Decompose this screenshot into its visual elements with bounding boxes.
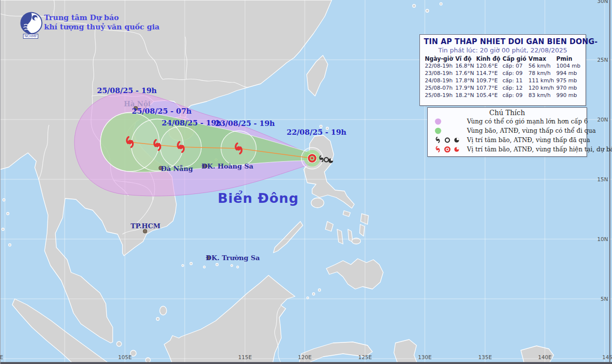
forecast-cell: 78 km/h bbox=[528, 70, 556, 77]
forecast-cell: 16.8°N bbox=[454, 62, 475, 70]
green-area-icon bbox=[434, 126, 442, 135]
org-title-line2: khí tượng thuỷ văn quốc gia bbox=[44, 23, 160, 32]
forecast-cell: 83 km/h bbox=[528, 92, 556, 99]
forecast-row: 23/08-19h17.6°N114.7°Ecấp: 0978 km/h994 … bbox=[424, 70, 582, 77]
place-label: Đà Nẵng bbox=[161, 165, 193, 172]
forecast-cell: 994 mb bbox=[555, 70, 582, 77]
past-storm-icon bbox=[434, 136, 442, 144]
legend-label: Vùng bão, ATNĐ, vùng thấp có thể đi qua bbox=[467, 127, 596, 134]
past-circle-icon bbox=[443, 136, 451, 144]
column-header: Pmin bbox=[555, 55, 582, 62]
longitude-label: 105E bbox=[118, 354, 132, 361]
forecast-table-header: Ngày-giờVĩ độKinh độCấp gióVmaxPmin bbox=[424, 55, 582, 62]
current-position-icon bbox=[308, 154, 317, 163]
forecast-cell: 114.7°E bbox=[475, 70, 502, 77]
past-low-icon bbox=[453, 136, 461, 144]
track-date-label: 22/08/25 - 19h bbox=[287, 128, 346, 137]
longitude-label: 140E bbox=[538, 354, 552, 361]
forecast-cell: cấp: 11 bbox=[502, 77, 528, 84]
forecast-cell: cấp: 09 bbox=[502, 70, 528, 77]
latitude-label: 10N bbox=[597, 236, 608, 243]
longitude-label: 135E bbox=[478, 354, 492, 361]
longitude-label: 95E bbox=[0, 354, 3, 361]
track-date-label: 24/08/25 - 19h bbox=[162, 119, 221, 127]
column-header: Kinh độ bbox=[475, 55, 502, 62]
forecast-row: 25/08-07h17.9°N107.7°Ecấp: 12120 km/h970… bbox=[424, 84, 582, 92]
latitude-label: 25N bbox=[597, 57, 608, 63]
latitude-label: 5N bbox=[601, 296, 608, 302]
nchmf-logo bbox=[20, 11, 43, 35]
place-label: ĐK. Trường Sa bbox=[206, 254, 260, 262]
bulletin-issued-time: Tin phát lúc: 20 giờ 00 phút, 22/08/2025 bbox=[424, 47, 582, 54]
latitude-label: 20N bbox=[597, 117, 608, 123]
latitude-label: 15N bbox=[597, 176, 608, 183]
longitude-label: 120E bbox=[298, 354, 312, 361]
forecast-cell: 990 mb bbox=[555, 92, 582, 99]
forecast-table: Ngày-giờVĩ độKinh độCấp gióVmaxPmin 22/0… bbox=[424, 55, 582, 99]
current-circle-icon bbox=[443, 146, 451, 153]
column-header: Cấp gió bbox=[502, 55, 528, 62]
legend-item-current-position: Vị trí tâm bão, ATNĐ, vùng thấp hiện tại… bbox=[428, 145, 587, 154]
place-label: TP.HCM bbox=[130, 222, 160, 230]
bulletin-panel: TIN AP THAP NHIET DOI GAN BIEN DONG- Tin… bbox=[419, 34, 586, 106]
forecast-cell: cấp: 09 bbox=[502, 92, 528, 99]
purple-area-icon bbox=[434, 117, 442, 126]
forecast-cell: 120.6°E bbox=[475, 62, 502, 70]
longitude-label: 125E bbox=[358, 354, 372, 361]
column-header: Vĩ độ bbox=[454, 55, 475, 62]
forecast-cell: 22/08-19h bbox=[424, 62, 454, 70]
forecast-cell: 25/08-07h bbox=[424, 84, 454, 92]
longitude-label: 130E bbox=[418, 354, 432, 361]
forecast-row: 22/08-19h16.8°N120.6°Ecấp: 0756 km/h1004… bbox=[424, 62, 582, 70]
legend-title: Chú Thích bbox=[428, 109, 587, 117]
forecast-cell: 25/08-19h bbox=[424, 92, 454, 99]
forecast-cell: 17.6°N bbox=[454, 70, 475, 77]
longitude-label: 115E bbox=[238, 354, 252, 361]
bulletin-title: TIN AP THAP NHIET DOI GAN BIEN DONG- bbox=[424, 37, 582, 46]
place-label: ĐK. Hoàng Sa bbox=[201, 162, 253, 170]
track-date-label: 25/08/25 - 07h bbox=[132, 107, 192, 116]
forecast-cell: cấp: 12 bbox=[502, 84, 528, 92]
forecast-cell: 24/08-19h bbox=[424, 77, 454, 84]
legend-item-wind-area: Vùng có thể có gió mạnh lớn hơn cấp 6 bbox=[428, 117, 587, 126]
current-storm-icon bbox=[434, 145, 442, 153]
forecast-row: 24/08-19h17.8°N109.7°Ecấp: 11111 km/h975… bbox=[424, 77, 582, 84]
forecast-cell: 107.7°E bbox=[475, 84, 502, 92]
forecast-cell: 120 km/h bbox=[528, 84, 556, 92]
forecast-row: 25/08-19h18.2°N105.4°Ecấp: 0983 km/h990 … bbox=[424, 92, 582, 99]
legend-label: Vùng có thể có gió mạnh lớn hơn cấp 6 bbox=[467, 118, 588, 125]
storm-forecast-map-screen: NCHMF Trung tâm Dự báo khí tượng thuỷ vă… bbox=[0, 0, 612, 364]
forecast-cell: 17.8°N bbox=[454, 77, 475, 84]
latitude-label: 30N bbox=[597, 0, 608, 4]
column-header: Ngày-giờ bbox=[424, 55, 454, 62]
forecast-cell: 18.2°N bbox=[454, 92, 475, 99]
legend-label: Vị trí tâm bão, ATNĐ, vùng thấp đã qua bbox=[467, 136, 590, 144]
forecast-cell: 56 km/h bbox=[528, 62, 556, 70]
legend-label: Vị trí tâm bão, ATNĐ, vùng thấp hiện tại… bbox=[467, 146, 612, 153]
track-date-label: 25/08/25 - 19h bbox=[97, 86, 157, 95]
longitude-label: 145E bbox=[602, 354, 612, 361]
forecast-cell: 111 km/h bbox=[528, 77, 556, 84]
forecast-cell: cấp: 07 bbox=[502, 62, 528, 70]
forecast-cell: 17.9°N bbox=[454, 84, 475, 92]
legend-item-track-area: Vùng bão, ATNĐ, vùng thấp có thể đi qua bbox=[428, 126, 587, 135]
org-title-line1: Trung tâm Dự báo bbox=[44, 13, 160, 23]
current-low-icon bbox=[453, 146, 461, 153]
column-header: Vmax bbox=[528, 55, 556, 62]
logo-caption: NCHMF bbox=[23, 34, 38, 39]
sea-name-label: Biển Đông bbox=[218, 191, 299, 206]
legend-item-past-position: Vị trí tâm bão, ATNĐ, vùng thấp đã qua bbox=[428, 135, 587, 145]
forecast-cell: 23/08-19h bbox=[424, 70, 454, 77]
forecast-cell: 975 mb bbox=[555, 77, 582, 84]
forecast-cell: 970 mb bbox=[555, 84, 582, 92]
forecast-cell: 109.7°E bbox=[475, 77, 502, 84]
past-position-icon bbox=[328, 158, 333, 163]
track-date-label: 23/08/25 - 19h bbox=[215, 119, 275, 128]
forecast-cell: 1004 mb bbox=[555, 62, 582, 70]
legend-panel: Chú Thích Vùng có thể có gió mạnh lớn hơ… bbox=[427, 107, 587, 157]
org-title: Trung tâm Dự báo khí tượng thuỷ văn quốc… bbox=[44, 13, 160, 32]
forecast-cell: 105.4°E bbox=[475, 92, 502, 99]
